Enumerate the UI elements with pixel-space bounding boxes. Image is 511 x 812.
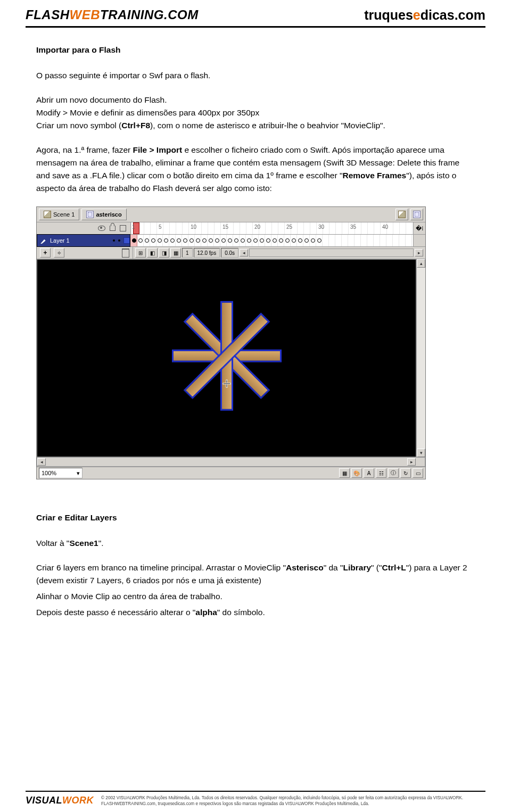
scroll-up-button[interactable]: ▴ bbox=[417, 259, 425, 268]
center-frame-button[interactable]: ⊞ bbox=[135, 248, 146, 258]
paragraph: Criar 6 layers em branco na timeline pri… bbox=[36, 561, 475, 587]
frame-ruler[interactable]: 1 5 10 15 20 25 30 35 40 bbox=[131, 222, 413, 234]
vertical-scrollbar[interactable]: ▴ ▾ bbox=[416, 259, 425, 457]
flash-editor: Scene 1 asterisco bbox=[36, 206, 426, 479]
library-button[interactable]: ▭ bbox=[413, 468, 423, 478]
page-footer: VISUALWORK © 2002 VISUALWORK Produções M… bbox=[26, 791, 485, 807]
stage-toolbar: 100%▾ ▦ 🎨 A ☷ ⓘ ↻ ▭ bbox=[37, 467, 425, 479]
timeline-footer: + ✧ ⊞ ◧ ◨ ▦ 1 12.0 fps 0.0s ◂ ▸ bbox=[37, 247, 425, 259]
scene-icon bbox=[44, 211, 51, 218]
symbol-label: asterisco bbox=[96, 211, 121, 218]
edit-scene-button[interactable] bbox=[395, 209, 408, 220]
paragraph: Agora, na 1.ª frame, fazer File > Import… bbox=[36, 144, 475, 195]
outline-icon[interactable] bbox=[120, 225, 126, 231]
layer-controls-header bbox=[37, 222, 131, 234]
symbol-button[interactable]: asterisco bbox=[81, 209, 126, 220]
lock-icon[interactable] bbox=[110, 226, 116, 231]
add-guide-layer-button[interactable]: ✧ bbox=[54, 248, 64, 258]
pencil-icon bbox=[40, 237, 47, 244]
onion-outline-button[interactable]: ◨ bbox=[159, 248, 169, 258]
text-tool-button[interactable]: A bbox=[364, 468, 374, 478]
section-title-1: Importar para o Flash bbox=[36, 44, 475, 56]
scroll-right-button[interactable]: ▸ bbox=[407, 458, 416, 466]
chevron-down-icon: ▾ bbox=[77, 470, 80, 477]
scene-label: Scene 1 bbox=[53, 211, 75, 218]
footer-logo: VISUALWORK bbox=[26, 795, 94, 806]
delete-layer-button[interactable] bbox=[122, 248, 129, 258]
current-frame-readout: 1 bbox=[182, 248, 193, 258]
fps-readout: 12.0 fps bbox=[194, 248, 220, 258]
color-swatch-button[interactable]: 🎨 bbox=[351, 468, 362, 478]
layer-label[interactable]: Layer 1 bbox=[37, 234, 130, 247]
eye-icon[interactable] bbox=[98, 226, 105, 231]
scroll-left-button[interactable]: ◂ bbox=[37, 458, 46, 466]
frames-strip[interactable] bbox=[130, 235, 413, 246]
horizontal-scrollbar[interactable]: ◂ ▸ bbox=[37, 457, 425, 467]
asterisk-graphic[interactable] bbox=[171, 300, 283, 412]
zoom-select[interactable]: 100%▾ bbox=[39, 468, 83, 478]
zoom-value: 100% bbox=[42, 470, 56, 476]
stage[interactable] bbox=[37, 259, 416, 457]
paragraph: Voltar à "Scene1". bbox=[36, 537, 475, 550]
page-header: FLASHWEBTRAINING.COM truquesedicas.com bbox=[0, 0, 511, 25]
paragraph: Alinhar o Movie Clip ao centro da área d… bbox=[36, 590, 475, 603]
content: Importar para o Flash O passo seguinte é… bbox=[0, 28, 511, 636]
scene-button[interactable]: Scene 1 bbox=[39, 209, 79, 220]
visibility-dot[interactable] bbox=[113, 239, 115, 242]
edit-symbol-button[interactable] bbox=[410, 209, 423, 220]
symbol-icon bbox=[413, 211, 421, 218]
logo-right: truquesedicas.com bbox=[364, 7, 485, 23]
scroll-right-button[interactable]: ▸ bbox=[415, 249, 423, 256]
time-readout: 0.0s bbox=[221, 248, 238, 258]
add-layer-button[interactable]: + bbox=[40, 248, 51, 258]
paragraph: Depois deste passo é necessário alterar … bbox=[36, 606, 475, 619]
info-button[interactable]: ⓘ bbox=[388, 468, 399, 478]
footer-text: © 2002 VISUALWORK Produções Multimedia, … bbox=[101, 795, 463, 807]
layer-row[interactable]: Layer 1 bbox=[37, 235, 425, 247]
paragraph: Abrir um novo documento do Flash. Modify… bbox=[36, 94, 475, 132]
edit-multiple-button[interactable]: ▦ bbox=[170, 248, 181, 258]
outline-color[interactable] bbox=[123, 237, 130, 244]
lock-dot[interactable] bbox=[118, 239, 120, 242]
scroll-left-button[interactable]: ◂ bbox=[240, 249, 248, 256]
transform-button[interactable]: ↻ bbox=[400, 468, 411, 478]
timeline-scrollbar[interactable] bbox=[249, 248, 414, 257]
timeline-menu-button[interactable]: �⁞ bbox=[413, 222, 425, 234]
align-button[interactable]: ☷ bbox=[376, 468, 386, 478]
show-frame-button[interactable]: ▦ bbox=[339, 468, 350, 478]
stage-wrap: ▴ ▾ bbox=[37, 259, 425, 457]
movieclip-icon bbox=[86, 211, 94, 218]
breadcrumb-bar: Scene 1 asterisco bbox=[37, 207, 425, 222]
timeline-header: 1 5 10 15 20 25 30 35 40 �⁞ bbox=[37, 222, 425, 235]
logo-left: FLASHWEBTRAINING.COM bbox=[26, 7, 199, 22]
registration-point-icon bbox=[223, 380, 230, 387]
onion-skin-button[interactable]: ◧ bbox=[147, 248, 158, 258]
scene-icon bbox=[398, 211, 406, 218]
paragraph: O passo seguinte é importar o Swf para o… bbox=[36, 69, 475, 82]
scroll-down-button[interactable]: ▾ bbox=[417, 449, 425, 457]
section-title-2: Criar e Editar Layers bbox=[36, 511, 475, 524]
